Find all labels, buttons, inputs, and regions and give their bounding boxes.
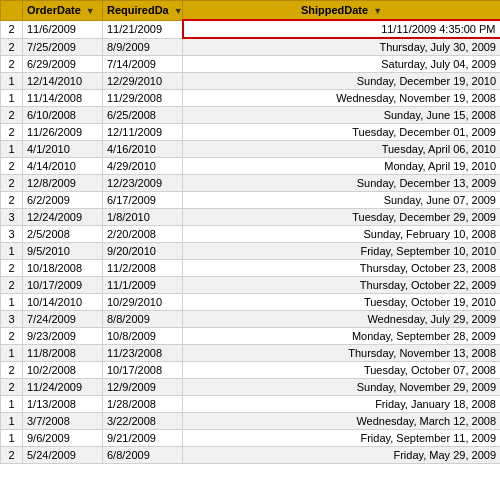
cell-requireddate: 6/25/2008 <box>103 107 183 124</box>
cell-shippeddate: Wednesday, July 29, 2009 <box>183 311 501 328</box>
cell-requireddate: 10/17/2008 <box>103 362 183 379</box>
cell-shippeddate: Thursday, November 13, 2008 <box>183 345 501 362</box>
table-row: 26/2/20096/17/2009Sunday, June 07, 2009 <box>1 192 501 209</box>
table-row: 24/14/20104/29/2010Monday, April 19, 201… <box>1 158 501 175</box>
cell-num: 1 <box>1 294 23 311</box>
cell-requireddate: 7/14/2009 <box>103 56 183 73</box>
cell-num: 1 <box>1 430 23 447</box>
cell-shippeddate: Tuesday, December 29, 2009 <box>183 209 501 226</box>
cell-orderdate: 10/14/2010 <box>23 294 103 311</box>
table-row: 211/24/200912/9/2009Sunday, November 29,… <box>1 379 501 396</box>
cell-requireddate: 12/11/2009 <box>103 124 183 141</box>
cell-requireddate: 11/2/2008 <box>103 260 183 277</box>
cell-requireddate: 12/9/2009 <box>103 379 183 396</box>
cell-orderdate: 12/14/2010 <box>23 73 103 90</box>
cell-num: 2 <box>1 277 23 294</box>
col-header-requireddate[interactable]: RequiredDa ▼ <box>103 1 183 21</box>
cell-num: 2 <box>1 260 23 277</box>
col-header-shippeddate[interactable]: ShippedDate ▼ <box>183 1 501 21</box>
cell-shippeddate: Tuesday, December 01, 2009 <box>183 124 501 141</box>
cell-num: 3 <box>1 209 23 226</box>
cell-shippeddate: Saturday, July 04, 2009 <box>183 56 501 73</box>
cell-requireddate: 4/29/2010 <box>103 158 183 175</box>
cell-shippeddate: 11/11/2009 4:35:00 PM <box>183 20 501 38</box>
cell-orderdate: 10/18/2008 <box>23 260 103 277</box>
cell-requireddate: 6/17/2009 <box>103 192 183 209</box>
cell-num: 2 <box>1 38 23 56</box>
cell-orderdate: 5/24/2009 <box>23 447 103 464</box>
sort-arrow-orderdate: ▼ <box>86 6 95 16</box>
cell-orderdate: 9/23/2009 <box>23 328 103 345</box>
table-row: 210/18/200811/2/2008Thursday, October 23… <box>1 260 501 277</box>
table-row: 111/14/200811/29/2008Wednesday, November… <box>1 90 501 107</box>
cell-orderdate: 9/6/2009 <box>23 430 103 447</box>
cell-orderdate: 12/8/2009 <box>23 175 103 192</box>
col-header-orderdate[interactable]: OrderDate ▼ <box>23 1 103 21</box>
cell-shippeddate: Monday, September 28, 2009 <box>183 328 501 345</box>
cell-shippeddate: Friday, January 18, 2008 <box>183 396 501 413</box>
cell-num: 3 <box>1 311 23 328</box>
cell-shippeddate: Sunday, February 10, 2008 <box>183 226 501 243</box>
cell-orderdate: 4/14/2010 <box>23 158 103 175</box>
sort-arrow-requireddate: ▼ <box>174 6 183 16</box>
table-header-row: OrderDate ▼ RequiredDa ▼ ShippedDate ▼ <box>1 1 501 21</box>
cell-orderdate: 3/7/2008 <box>23 413 103 430</box>
table-row: 210/17/200911/1/2009Thursday, October 22… <box>1 277 501 294</box>
cell-shippeddate: Thursday, July 30, 2009 <box>183 38 501 56</box>
cell-shippeddate: Thursday, October 22, 2009 <box>183 277 501 294</box>
cell-shippeddate: Sunday, December 13, 2009 <box>183 175 501 192</box>
table-row: 27/25/20098/9/2009Thursday, July 30, 200… <box>1 38 501 56</box>
cell-shippeddate: Sunday, June 07, 2009 <box>183 192 501 209</box>
table-row: 111/8/200811/23/2008Thursday, November 1… <box>1 345 501 362</box>
cell-shippeddate: Sunday, November 29, 2009 <box>183 379 501 396</box>
cell-num: 2 <box>1 107 23 124</box>
cell-requireddate: 1/28/2008 <box>103 396 183 413</box>
cell-orderdate: 7/25/2009 <box>23 38 103 56</box>
cell-orderdate: 6/10/2008 <box>23 107 103 124</box>
table-row: 19/6/20099/21/2009Friday, September 11, … <box>1 430 501 447</box>
cell-requireddate: 9/21/2009 <box>103 430 183 447</box>
cell-orderdate: 2/5/2008 <box>23 226 103 243</box>
cell-num: 2 <box>1 328 23 345</box>
cell-shippeddate: Friday, September 11, 2009 <box>183 430 501 447</box>
cell-shippeddate: Friday, September 10, 2010 <box>183 243 501 260</box>
cell-requireddate: 11/29/2008 <box>103 90 183 107</box>
table-row: 14/1/20104/16/2010Tuesday, April 06, 201… <box>1 141 501 158</box>
cell-orderdate: 7/24/2009 <box>23 311 103 328</box>
cell-requireddate: 9/20/2010 <box>103 243 183 260</box>
cell-orderdate: 9/5/2010 <box>23 243 103 260</box>
cell-num: 2 <box>1 175 23 192</box>
cell-shippeddate: Sunday, June 15, 2008 <box>183 107 501 124</box>
cell-requireddate: 2/20/2008 <box>103 226 183 243</box>
table-row: 25/24/20096/8/2009Friday, May 29, 2009 <box>1 447 501 464</box>
cell-shippeddate: Sunday, December 19, 2010 <box>183 73 501 90</box>
cell-orderdate: 11/26/2009 <box>23 124 103 141</box>
cell-orderdate: 11/14/2008 <box>23 90 103 107</box>
table-row: 32/5/20082/20/2008Sunday, February 10, 2… <box>1 226 501 243</box>
cell-shippeddate: Wednesday, November 19, 2008 <box>183 90 501 107</box>
cell-requireddate: 6/8/2009 <box>103 447 183 464</box>
cell-requireddate: 4/16/2010 <box>103 141 183 158</box>
cell-requireddate: 1/8/2010 <box>103 209 183 226</box>
col-header-num[interactable] <box>1 1 23 21</box>
cell-orderdate: 11/24/2009 <box>23 379 103 396</box>
cell-shippeddate: Monday, April 19, 2010 <box>183 158 501 175</box>
cell-requireddate: 8/9/2009 <box>103 38 183 56</box>
cell-num: 3 <box>1 226 23 243</box>
cell-num: 1 <box>1 141 23 158</box>
cell-num: 2 <box>1 192 23 209</box>
col-header-orderdate-label: OrderDate <box>27 4 81 16</box>
cell-requireddate: 11/21/2009 <box>103 20 183 38</box>
cell-num: 2 <box>1 56 23 73</box>
table-row: 110/14/201010/29/2010Tuesday, October 19… <box>1 294 501 311</box>
table-row: 11/13/20081/28/2008Friday, January 18, 2… <box>1 396 501 413</box>
cell-requireddate: 12/29/2010 <box>103 73 183 90</box>
table-row: 26/10/20086/25/2008Sunday, June 15, 2008 <box>1 107 501 124</box>
cell-num: 2 <box>1 124 23 141</box>
cell-orderdate: 1/13/2008 <box>23 396 103 413</box>
table-row: 211/26/200912/11/2009Tuesday, December 0… <box>1 124 501 141</box>
cell-shippeddate: Tuesday, October 07, 2008 <box>183 362 501 379</box>
table-row: 19/5/20109/20/2010Friday, September 10, … <box>1 243 501 260</box>
cell-orderdate: 10/2/2008 <box>23 362 103 379</box>
table-row: 210/2/200810/17/2008Tuesday, October 07,… <box>1 362 501 379</box>
